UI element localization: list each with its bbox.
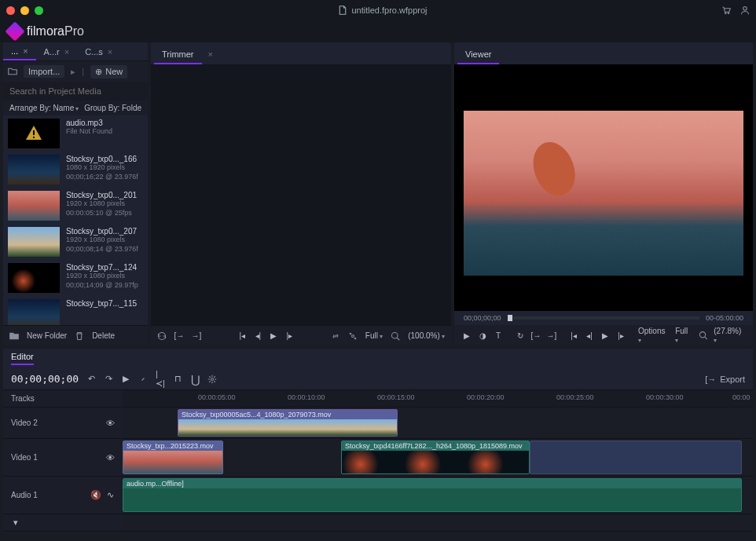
snap-icon[interactable]: ⊓ bbox=[173, 375, 182, 384]
svg-rect-4 bbox=[33, 137, 35, 138]
link-icon[interactable] bbox=[138, 375, 148, 384]
close-icon[interactable]: × bbox=[108, 47, 112, 57]
logo-mark-icon bbox=[5, 21, 24, 41]
track-lane-video2[interactable]: Stocksy_txp00005ac5...4_1080p_2079073.mo… bbox=[123, 408, 753, 439]
cart-icon[interactable] bbox=[721, 5, 731, 15]
in-point-icon[interactable]: [→ bbox=[531, 331, 541, 340]
media-tab-2[interactable]: A...r× bbox=[36, 42, 78, 60]
media-item[interactable]: audio.mp3File Not Found bbox=[3, 115, 148, 152]
track-header-video1[interactable]: Video 1 👁 bbox=[3, 439, 123, 477]
track-header-video2[interactable]: Video 2 👁 bbox=[3, 408, 123, 439]
brand-suffix: Pro bbox=[64, 24, 84, 38]
new-folder-button[interactable]: New Folder bbox=[27, 331, 67, 340]
media-item[interactable]: Stocksy_txp0..._2071920 x 1080 pixels00;… bbox=[3, 224, 148, 260]
close-icon[interactable]: × bbox=[23, 46, 28, 56]
track-header-audio1[interactable]: Audio 1 🔇∿ bbox=[3, 477, 123, 514]
zoom-icon[interactable] bbox=[391, 331, 400, 341]
viewer-tc-right: 00-05:00:00 bbox=[706, 314, 743, 322]
trimmer-zoom-value[interactable]: (100.0%) bbox=[408, 331, 445, 340]
tracks-header: Tracks bbox=[11, 394, 35, 403]
zoom-window-button[interactable] bbox=[35, 6, 43, 15]
viewer-panel: Viewer 00;00;00;00 00-05:00:00 ▶ ◑ T ↻ [… bbox=[454, 42, 753, 345]
mute-icon[interactable]: 🔇 bbox=[91, 491, 101, 500]
new-button[interactable]: ⊕New bbox=[90, 65, 127, 79]
text-icon[interactable]: T bbox=[494, 331, 503, 340]
undo-icon[interactable]: ↶ bbox=[86, 375, 96, 384]
export-button[interactable]: [→ Export bbox=[706, 375, 745, 384]
folder-icon bbox=[8, 67, 17, 76]
viewer-zoom-value[interactable]: (27.8%) bbox=[714, 327, 745, 344]
selection-tool-icon[interactable]: ▶ bbox=[121, 375, 130, 384]
zoom-icon[interactable] bbox=[699, 331, 708, 340]
track-lane-audio1[interactable]: audio.mp...Offline] bbox=[123, 477, 753, 514]
redo-icon[interactable]: ↷ bbox=[104, 375, 113, 384]
viewer-title[interactable]: Viewer bbox=[457, 46, 499, 64]
play-icon[interactable]: ▶ bbox=[269, 331, 278, 341]
minimize-window-button[interactable] bbox=[20, 6, 29, 15]
viewer-scrubber[interactable] bbox=[508, 316, 699, 320]
timeline-clip[interactable]: audio.mp...Offline] bbox=[123, 478, 742, 512]
out-point-icon[interactable]: →] bbox=[547, 331, 556, 340]
media-item[interactable]: Stocksy_txp0..._1661080 x 1920 pixels00;… bbox=[3, 152, 148, 188]
close-icon[interactable]: × bbox=[64, 47, 69, 57]
timeline-clip[interactable]: Stocksy_txpd4166ff7L282..._h264_1080p_18… bbox=[341, 440, 530, 474]
step-back-icon[interactable]: ◂| bbox=[253, 331, 262, 341]
folder-icon bbox=[9, 331, 19, 341]
play-icon[interactable]: ▶ bbox=[600, 331, 610, 340]
media-tab-3[interactable]: C...s× bbox=[77, 42, 120, 60]
preview-area[interactable] bbox=[454, 64, 753, 311]
in-point-icon[interactable]: [→ bbox=[174, 331, 184, 341]
settings-icon[interactable] bbox=[207, 375, 217, 384]
timeline-clip[interactable]: Stocksy_txp00005ac5...4_1080p_2079073.mo… bbox=[178, 409, 398, 437]
editor-title[interactable]: Editor bbox=[11, 352, 34, 365]
import-button[interactable]: Import... bbox=[24, 65, 64, 78]
time-ruler[interactable]: 00:00:05:00 00:00:10:00 00:00:15:00 00:0… bbox=[123, 390, 753, 408]
waveform-icon[interactable]: ∿ bbox=[105, 491, 115, 500]
preview-image bbox=[464, 111, 743, 276]
trimmer-title[interactable]: Trimmer bbox=[154, 46, 202, 64]
viewer-view-dropdown[interactable]: Full bbox=[675, 327, 692, 344]
play-icon[interactable]: ▶ bbox=[462, 331, 472, 340]
prev-frame-icon[interactable]: |◂ bbox=[237, 331, 247, 341]
track-lane-video1[interactable]: Stocksy_txp...2015223.mov Stocksy_txpd41… bbox=[123, 439, 753, 477]
delete-button[interactable]: Delete bbox=[92, 331, 115, 340]
viewer-options-dropdown[interactable]: Options bbox=[638, 327, 669, 344]
step-fwd-icon[interactable]: |▸ bbox=[284, 331, 294, 341]
media-tab-1[interactable]: ...× bbox=[3, 42, 36, 60]
track-lane-empty bbox=[123, 514, 753, 532]
arrange-by-dropdown[interactable]: Arrange By: Name bbox=[9, 104, 79, 112]
link-icon[interactable] bbox=[331, 331, 340, 341]
document-icon bbox=[338, 5, 347, 15]
user-icon[interactable] bbox=[740, 5, 750, 15]
loop-icon[interactable] bbox=[157, 331, 167, 341]
close-icon[interactable]: × bbox=[208, 49, 213, 59]
visibility-icon[interactable]: 👁 bbox=[105, 419, 115, 428]
media-item[interactable]: Stocksy_txp0..._2011920 x 1080 pixels00:… bbox=[3, 188, 148, 224]
timeline-clip[interactable]: Stocksy_txp...2015223.mov bbox=[123, 440, 223, 474]
trimmer-view-dropdown[interactable]: Full bbox=[365, 331, 383, 340]
visibility-icon[interactable]: 👁 bbox=[105, 453, 115, 462]
chevron-down-icon[interactable]: ▾ bbox=[11, 518, 20, 528]
slice-tool-icon[interactable]: |≺| bbox=[156, 375, 165, 384]
svg-point-7 bbox=[354, 338, 356, 339]
media-item[interactable]: Stocksy_txp7..._1241920 x 1080 pixels00;… bbox=[3, 260, 148, 296]
svg-point-1 bbox=[728, 13, 729, 14]
step-back-icon[interactable]: ◂| bbox=[585, 331, 594, 340]
chevron-right-icon[interactable]: ▸ bbox=[71, 67, 75, 77]
svg-point-8 bbox=[392, 332, 398, 338]
media-item[interactable]: Stocksy_txp7..._115 bbox=[3, 296, 148, 325]
search-input[interactable] bbox=[3, 82, 148, 101]
pause-segment-icon[interactable]: ◑ bbox=[478, 331, 487, 340]
loop-icon[interactable]: ↻ bbox=[516, 331, 525, 340]
magnet-icon[interactable]: ⋃ bbox=[190, 375, 200, 384]
close-window-button[interactable] bbox=[6, 6, 15, 15]
media-panel: ...× A...r× C...s× Import... ▸ | ⊕New Ar… bbox=[3, 42, 148, 345]
timeline-clip[interactable] bbox=[530, 440, 742, 474]
out-point-icon[interactable]: →] bbox=[192, 331, 201, 341]
media-list: audio.mp3File Not Found Stocksy_txp0..._… bbox=[3, 115, 148, 325]
group-by-dropdown[interactable]: Group By: Folde bbox=[84, 104, 141, 112]
step-fwd-icon[interactable]: |▸ bbox=[616, 331, 626, 340]
svg-point-6 bbox=[350, 333, 351, 334]
effects-icon[interactable] bbox=[348, 331, 358, 341]
goto-start-icon[interactable]: |◂ bbox=[569, 331, 578, 340]
